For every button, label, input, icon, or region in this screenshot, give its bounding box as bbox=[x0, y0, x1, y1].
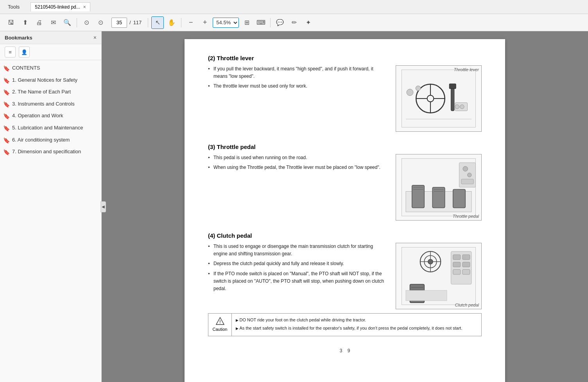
svg-text:!: ! bbox=[219, 320, 220, 324]
bookmark-icon: 🔖 bbox=[3, 137, 10, 145]
svg-rect-8 bbox=[449, 84, 456, 89]
svg-rect-37 bbox=[453, 255, 461, 260]
bookmark-icon: 🔖 bbox=[3, 149, 10, 156]
svg-rect-40 bbox=[463, 262, 470, 267]
section-3-body: This is used to engage or disengage the … bbox=[208, 243, 482, 309]
svg-point-26 bbox=[468, 173, 472, 177]
bookmark-list: 🔖 CONTENTS 🔖 1. General Notices for Safe… bbox=[0, 60, 101, 382]
comment-button[interactable]: 💬 bbox=[274, 16, 286, 29]
page-num-value: 3 bbox=[340, 348, 342, 353]
pdf-viewer[interactable]: (2) Throttle lever If you pull the lever… bbox=[102, 31, 588, 382]
section-2-image: Throttle pedal bbox=[396, 154, 482, 221]
caution-text-label: Caution bbox=[213, 326, 228, 333]
svg-rect-38 bbox=[463, 255, 470, 260]
svg-rect-46 bbox=[406, 291, 447, 301]
section-1-bullet-2: The throttle lever must be used only for… bbox=[208, 82, 388, 90]
page-up-button[interactable]: ⊙ bbox=[80, 16, 93, 29]
section-1-title: (2) Throttle lever bbox=[208, 55, 482, 61]
caution-triangle-icon: ! bbox=[216, 317, 224, 325]
sidebar-title: Bookmarks bbox=[5, 35, 32, 41]
bookmark-item-lubrication[interactable]: 🔖 5. Lubrication and Maintenance bbox=[0, 122, 101, 135]
section-2-body: This pedal is used when running on the r… bbox=[208, 154, 482, 221]
bookmark-label: 2. The Name of Each Part bbox=[12, 88, 97, 95]
search-button[interactable]: 🔍 bbox=[61, 16, 74, 29]
highlight-button[interactable]: ✦ bbox=[302, 16, 314, 29]
section-1-text: If you pull the lever backward, it means… bbox=[208, 65, 388, 93]
bookmark-label: 3. Instruments and Controls bbox=[12, 100, 97, 108]
bookmark-label: 4. Operation and Work bbox=[12, 112, 97, 119]
print-button[interactable]: 🖨 bbox=[33, 16, 45, 29]
doc-tab[interactable]: 52105405-linked pd... × bbox=[30, 2, 90, 11]
bookmark-label: 6. Air conditioning system bbox=[12, 136, 97, 143]
section-3-bullet-3: If the PTO mode switch is placed on "Man… bbox=[208, 270, 388, 293]
bookmark-item-instruments[interactable]: 🔖 3. Instruments and Controls bbox=[0, 99, 101, 111]
page-navigation: / 117 bbox=[111, 18, 142, 28]
pen-button[interactable]: ✏ bbox=[288, 16, 300, 29]
page-down-button[interactable]: ⊙ bbox=[94, 16, 107, 29]
page-input[interactable] bbox=[111, 18, 127, 28]
pdf-page: (2) Throttle lever If you pull the lever… bbox=[185, 39, 505, 382]
section-3-bullet-1: This is used to engage or disengage the … bbox=[208, 243, 388, 258]
bookmark-item-general-notices[interactable]: 🔖 1. General Notices for Safety bbox=[0, 75, 101, 87]
section-2-bullet-2: When using the Throttle pedal, the Throt… bbox=[208, 164, 388, 171]
select-tool-button[interactable]: ↖ bbox=[151, 16, 164, 29]
bookmark-item-dimension[interactable]: 🔖 7. Dimension and specification bbox=[0, 146, 101, 158]
keyboard-button[interactable]: ⌨ bbox=[255, 16, 267, 29]
bookmark-item-contents[interactable]: 🔖 CONTENTS bbox=[0, 63, 101, 75]
separator-1 bbox=[77, 18, 77, 27]
bookmark-item-air-conditioning[interactable]: 🔖 6. Air conditioning system bbox=[0, 135, 101, 147]
bookmark-label: 7. Dimension and specification bbox=[12, 148, 97, 155]
svg-point-10 bbox=[455, 105, 459, 109]
sidebar-header: Bookmarks × bbox=[0, 31, 101, 44]
toolbar: 🖫 ⬆ 🖨 ✉ 🔍 ⊙ ⊙ / 117 ↖ ✋ − + 54.5% 50% 75… bbox=[0, 14, 588, 31]
page-separator: / bbox=[129, 20, 131, 25]
bookmark-item-operation[interactable]: 🔖 4. Operation and Work bbox=[0, 110, 101, 122]
hand-tool-button[interactable]: ✋ bbox=[165, 16, 178, 29]
svg-point-11 bbox=[460, 105, 464, 109]
upload-button[interactable]: ⬆ bbox=[19, 16, 31, 29]
bookmark-label: CONTENTS bbox=[12, 65, 97, 72]
svg-point-14 bbox=[416, 86, 421, 91]
person-icon-button[interactable]: 👤 bbox=[19, 47, 30, 57]
section-3-image-label: Clutch pedal bbox=[455, 303, 479, 307]
bookmark-icon: 🔖 bbox=[3, 101, 10, 109]
svg-rect-42 bbox=[463, 269, 470, 274]
section-1-image: Throttle lever bbox=[396, 65, 482, 132]
bookmark-item-name-of-part[interactable]: 🔖 2. The Name of Each Part bbox=[0, 86, 101, 99]
section-clutch-pedal: (4) Clutch pedal This is used to engage … bbox=[208, 232, 482, 336]
page-number: 3 9 bbox=[208, 348, 482, 353]
page-of-value: 9 bbox=[348, 348, 350, 353]
svg-rect-41 bbox=[453, 269, 461, 274]
doc-tab-close[interactable]: × bbox=[83, 4, 86, 10]
email-button[interactable]: ✉ bbox=[47, 16, 59, 29]
caution-box: ! Caution DO NOT ride your foot on the c… bbox=[208, 313, 482, 336]
svg-rect-7 bbox=[451, 86, 454, 111]
svg-point-13 bbox=[407, 89, 413, 96]
tools-tab[interactable]: Tools bbox=[3, 2, 24, 12]
svg-rect-39 bbox=[453, 262, 461, 267]
zoom-in-button[interactable]: + bbox=[199, 16, 211, 29]
section-3-text: This is used to engage or disengage the … bbox=[208, 243, 388, 295]
title-bar: Tools 52105405-linked pd... × bbox=[0, 0, 588, 14]
section-2-text: This pedal is used when running on the r… bbox=[208, 154, 388, 174]
section-2-bullet-1: This pedal is used when running on the r… bbox=[208, 154, 388, 161]
svg-rect-19 bbox=[453, 189, 466, 208]
section-3-image: Clutch pedal bbox=[396, 243, 482, 309]
list-view-button[interactable]: ≡ bbox=[5, 47, 16, 57]
zoom-select[interactable]: 54.5% 50% 75% 100% bbox=[213, 18, 239, 28]
separator-3 bbox=[181, 18, 181, 27]
caution-label: ! Caution bbox=[208, 314, 232, 336]
main-layout: Bookmarks × ≡ 👤 🔖 CONTENTS 🔖 1. General … bbox=[0, 31, 588, 382]
section-1-bullet-1: If you pull the lever backward, it means… bbox=[208, 65, 388, 80]
bookmark-label: 5. Lubrication and Maintenance bbox=[12, 124, 97, 131]
sidebar-collapse-button[interactable]: ◀ bbox=[100, 201, 106, 212]
zoom-out-button[interactable]: − bbox=[185, 16, 197, 29]
section-1-body: If you pull the lever backward, it means… bbox=[208, 65, 482, 132]
sidebar-close-button[interactable]: × bbox=[93, 34, 97, 41]
section-throttle-lever: (2) Throttle lever If you pull the lever… bbox=[208, 55, 482, 132]
fit-page-button[interactable]: ⊞ bbox=[240, 16, 253, 29]
bookmark-icon: 🔖 bbox=[3, 125, 10, 133]
doc-tab-label: 52105405-linked pd... bbox=[35, 4, 80, 10]
save-button[interactable]: 🖫 bbox=[5, 16, 17, 29]
bookmark-icon: 🔖 bbox=[3, 77, 10, 85]
